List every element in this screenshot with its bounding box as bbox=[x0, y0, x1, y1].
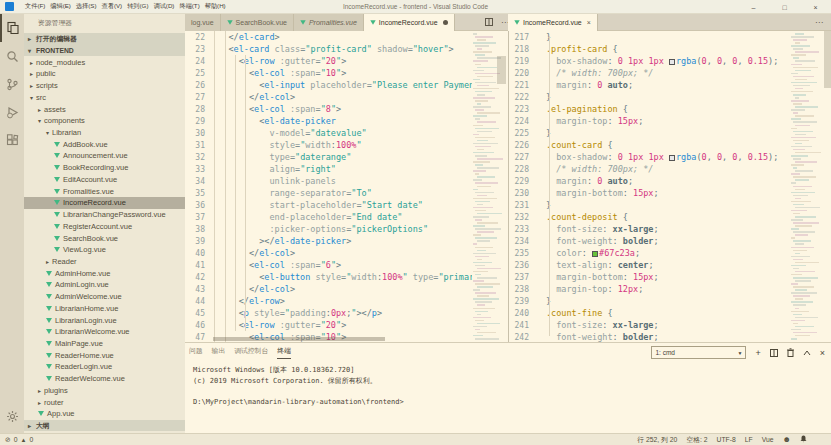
code-line-32[interactable]: 32 type="daterange" bbox=[185, 151, 472, 163]
code-line-46[interactable]: 46 <el-row :gutter="20"> bbox=[185, 319, 472, 331]
code-line-240[interactable]: 240.count-fine { bbox=[509, 307, 825, 319]
code-line-40[interactable]: 40 </el-col> bbox=[185, 247, 472, 259]
tree-item-components[interactable]: ▾components bbox=[24, 115, 185, 127]
color-swatch-icon[interactable] bbox=[669, 59, 675, 65]
tab-Promalities-vue-left[interactable]: Promalities.vue bbox=[294, 14, 364, 31]
menu-v[interactable]: 查看(V) bbox=[100, 2, 125, 11]
code-line-232[interactable]: 232.count-deposit { bbox=[509, 211, 825, 223]
code-line-238[interactable]: 238 margin-top: 12px; bbox=[509, 283, 825, 295]
code-line-225[interactable]: 225} bbox=[509, 127, 825, 139]
code-line-227[interactable]: 227 box-shadow: 0 1px 1px rgba(0, 0, 0, … bbox=[509, 151, 825, 163]
code-line-223[interactable]: 223.el-pagination { bbox=[509, 103, 825, 115]
settings-gear-icon[interactable] bbox=[0, 402, 24, 430]
code-line-228[interactable]: 228 /* width: 700px; */ bbox=[509, 163, 825, 175]
code-line-218[interactable]: 218.profit-card { bbox=[509, 43, 825, 55]
tab-SearchBook-vue-left[interactable]: SearchBook.vue bbox=[221, 14, 294, 31]
code-line-25[interactable]: 25 <el-col :span="10"> bbox=[185, 67, 472, 79]
menu-e[interactable]: 编辑(E) bbox=[48, 2, 73, 11]
tree-item-Announcement.vue[interactable]: Announcement.vue bbox=[24, 150, 185, 162]
tree-item-plugins[interactable]: ▸plugins bbox=[24, 385, 185, 397]
code-line-235[interactable]: 235 color: #67c23a; bbox=[509, 247, 825, 259]
menu-s[interactable]: 选择(S) bbox=[74, 2, 99, 11]
code-line-224[interactable]: 224 margin-top: 15px; bbox=[509, 115, 825, 127]
code-line-33[interactable]: 33 align="right" bbox=[185, 163, 472, 175]
code-line-220[interactable]: 220 /* width: 700px; */ bbox=[509, 67, 825, 79]
tree-item-LibrarianHome.vue[interactable]: LibrarianHome.vue bbox=[24, 302, 185, 314]
color-swatch-icon[interactable] bbox=[669, 155, 675, 161]
scrollbar-right[interactable] bbox=[824, 31, 831, 88]
code-line-241[interactable]: 241 font-size: xx-large; bbox=[509, 319, 825, 331]
scrollbar-left[interactable] bbox=[497, 56, 506, 84]
code-line-39[interactable]: 39 ></el-date-picker> bbox=[185, 235, 472, 247]
debug-icon[interactable] bbox=[0, 98, 24, 126]
tree-item-scripts[interactable]: ▸scripts bbox=[24, 80, 185, 92]
code-line-23[interactable]: 23 <el-card class="profit-card" shadow="… bbox=[185, 43, 472, 55]
code-line-38[interactable]: 38 :picker-options="pickerOptions" bbox=[185, 223, 472, 235]
code-line-236[interactable]: 236 text-align: center; bbox=[509, 259, 825, 271]
tree-item-IncomeRecord.vue[interactable]: IncomeRecord.vue bbox=[24, 197, 185, 209]
split-editor-icon[interactable] bbox=[485, 18, 493, 28]
tree-item-Reader[interactable]: ▸Reader bbox=[24, 256, 185, 268]
code-line-217[interactable]: 217} bbox=[509, 31, 825, 43]
editor-pane-right[interactable]: 217}218.profit-card {219 box-shadow: 0 1… bbox=[508, 31, 831, 342]
code-line-221[interactable]: 221 margin: 0 auto; bbox=[509, 79, 825, 91]
code-line-41[interactable]: 41 <el-col :span="6"> bbox=[185, 259, 472, 271]
code-line-43[interactable]: 43 </el-col> bbox=[185, 283, 472, 295]
code-line-234[interactable]: 234 font-weight: bolder; bbox=[509, 235, 825, 247]
panel-tab-终端[interactable]: 终端 bbox=[277, 343, 291, 359]
code-line-239[interactable]: 239} bbox=[509, 295, 825, 307]
tab-log-vue-left[interactable]: log.vue bbox=[185, 14, 221, 31]
code-line-237[interactable]: 237 margin-bottom: 15px; bbox=[509, 271, 825, 283]
close-button[interactable]: × bbox=[800, 0, 831, 14]
color-swatch-icon[interactable] bbox=[592, 251, 598, 257]
code-line-30[interactable]: 30 v-model="datevalue" bbox=[185, 127, 472, 139]
tree-item-LibrarianLogin.vue[interactable]: LibrarianLogin.vue bbox=[24, 314, 185, 326]
panel-tab-调试控制台[interactable]: 调试控制台 bbox=[234, 343, 268, 359]
extensions-icon[interactable] bbox=[0, 126, 24, 154]
terminal-select[interactable]: 1: cmd▼ bbox=[651, 346, 746, 359]
modified-dot-icon[interactable] bbox=[443, 20, 448, 25]
search-icon[interactable] bbox=[0, 42, 24, 70]
tree-item-LibrarianChangePassword.vue[interactable]: LibrarianChangePassword.vue bbox=[24, 209, 185, 221]
tree-item-ViewLog.vue[interactable]: ViewLog.vue bbox=[24, 244, 185, 256]
problems-status[interactable]: ⊘0 ▲0 bbox=[5, 436, 36, 444]
menu-f[interactable]: 文件(F) bbox=[23, 2, 47, 11]
code-line-44[interactable]: 44 </el-row> bbox=[185, 295, 472, 307]
code-line-230[interactable]: 230 margin-bottom: 15px; bbox=[509, 187, 825, 199]
terminal-output[interactable]: Microsoft Windows [版本 10.0.18362.720] (c… bbox=[185, 359, 831, 407]
tree-item-ReaderLogin.vue[interactable]: ReaderLogin.vue bbox=[24, 361, 185, 373]
folder-header[interactable]: ▾FRONTEND bbox=[24, 45, 185, 57]
tree-item-assets[interactable]: ▸assets bbox=[24, 103, 185, 115]
tree-item-AdminHome.vue[interactable]: AdminHome.vue bbox=[24, 267, 185, 279]
open-editors-header[interactable]: ▸打开的编辑器 bbox=[24, 33, 185, 45]
eol[interactable]: LF bbox=[745, 436, 753, 443]
explorer-icon[interactable] bbox=[0, 14, 24, 42]
tree-item-AdminLogin.vue[interactable]: AdminLogin.vue bbox=[24, 279, 185, 291]
source-control-icon[interactable] bbox=[0, 70, 24, 98]
more-actions-icon[interactable]: ⋯ bbox=[815, 18, 823, 27]
kill-terminal-icon[interactable] bbox=[787, 348, 794, 357]
menu-d[interactable]: 调试(D) bbox=[151, 2, 176, 11]
maximize-button[interactable]: □ bbox=[769, 0, 800, 14]
code-line-27[interactable]: 27 </el-col> bbox=[185, 91, 472, 103]
code-line-36[interactable]: 36 start-placeholder="Start date" bbox=[185, 199, 472, 211]
close-tab-icon[interactable]: × bbox=[587, 19, 591, 26]
minimize-button[interactable]: – bbox=[738, 0, 769, 14]
maximize-panel-icon[interactable] bbox=[803, 350, 811, 356]
tree-item-AddBook.vue[interactable]: AddBook.vue bbox=[24, 138, 185, 150]
code-line-45[interactable]: 45 <p style="padding:0px;"></p> bbox=[185, 307, 472, 319]
tree-item-ReaderWelcome.vue[interactable]: ReaderWelcome.vue bbox=[24, 373, 185, 385]
editor-pane-left[interactable]: 22 </el-card>23 <el-card class="profit-c… bbox=[185, 31, 508, 342]
tree-item-src[interactable]: ▾src bbox=[24, 92, 185, 104]
code-line-34[interactable]: 34 unlink-panels bbox=[185, 175, 472, 187]
tree-item-BookRecording.vue[interactable]: BookRecording.vue bbox=[24, 162, 185, 174]
tree-item-public[interactable]: ▸public bbox=[24, 68, 185, 80]
feedback-smiley-icon[interactable]: ☻ bbox=[783, 435, 791, 444]
code-line-233[interactable]: 233 font-size: xx-large; bbox=[509, 223, 825, 235]
code-line-219[interactable]: 219 box-shadow: 0 1px 1px rgba(0, 0, 0, … bbox=[509, 55, 825, 67]
code-line-226[interactable]: 226.count-card { bbox=[509, 139, 825, 151]
indentation[interactable]: 空格: 2 bbox=[686, 435, 707, 445]
tab-IncomeRecord-vue-left[interactable]: IncomeRecord.vue bbox=[364, 14, 455, 31]
code-line-231[interactable]: 231} bbox=[509, 199, 825, 211]
outline-header[interactable]: ▸大纲 bbox=[24, 420, 185, 432]
